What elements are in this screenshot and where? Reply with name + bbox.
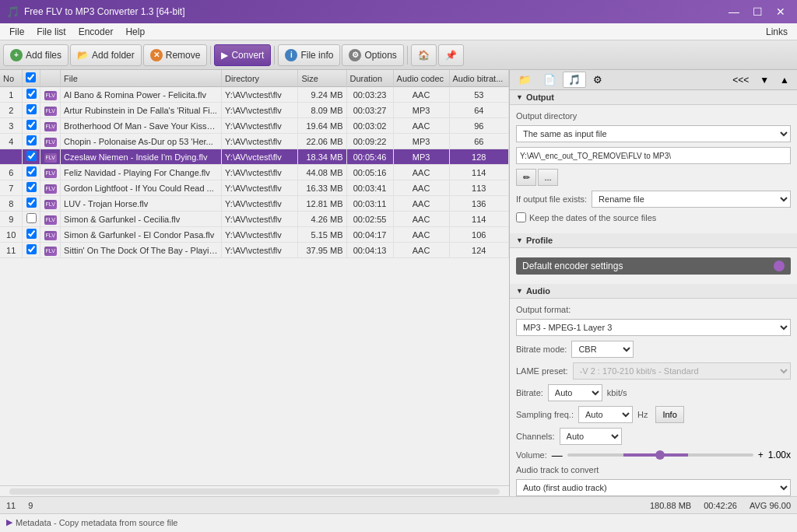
- row-checkbox-cell[interactable]: [23, 103, 40, 118]
- volume-slider[interactable]: [567, 453, 753, 457]
- row-codec: AAC: [393, 118, 449, 134]
- row-number: 4: [0, 134, 23, 149]
- table-row[interactable]: 10 FLV Simon & Garfunkel - El Condor Pas…: [0, 227, 509, 243]
- row-size: 19.64 MB: [298, 118, 346, 134]
- row-directory: Y:\AV\vctest\flv: [222, 103, 298, 118]
- row-checkbox-cell[interactable]: [23, 227, 40, 243]
- row-checkbox-cell[interactable]: [23, 165, 40, 180]
- edit-path-button[interactable]: ✏: [516, 169, 536, 186]
- row-duration: 00:03:27: [346, 103, 393, 118]
- row-bitrate: 96: [449, 118, 508, 134]
- add-folder-button[interactable]: 📂 Add folder: [70, 44, 142, 66]
- table-row[interactable]: 6 FLV Feliz Navidad - Playing For Change…: [0, 165, 509, 180]
- horizontal-scrollbar[interactable]: [0, 485, 509, 496]
- row-checkbox[interactable]: [26, 120, 37, 130]
- row-checkbox-cell[interactable]: [23, 118, 40, 134]
- menu-help[interactable]: Help: [119, 25, 151, 39]
- tab-document[interactable]: 📄: [538, 72, 561, 88]
- panel-collapse-down[interactable]: ▼: [755, 73, 774, 87]
- row-checkbox[interactable]: [26, 151, 37, 161]
- row-checkbox-cell[interactable]: [23, 134, 40, 149]
- row-size: 16.33 MB: [298, 180, 346, 196]
- add-folder-icon: 📂: [77, 50, 89, 61]
- add-files-button[interactable]: + Add files: [3, 44, 68, 66]
- row-checkbox[interactable]: [26, 135, 37, 145]
- file-type-icon: FLV: [44, 91, 57, 100]
- row-number: 11: [0, 243, 23, 258]
- row-checkbox[interactable]: [26, 89, 37, 99]
- maximize-button[interactable]: ☐: [747, 4, 767, 19]
- col-header-size[interactable]: Size: [298, 70, 346, 87]
- home-button[interactable]: 🏠: [411, 44, 437, 66]
- sampling-select[interactable]: Auto 44100 48000: [578, 406, 633, 423]
- file-info-button[interactable]: i File info: [278, 44, 340, 66]
- col-header-file[interactable]: File: [61, 70, 222, 87]
- col-header-codec[interactable]: Audio codec: [393, 70, 449, 87]
- col-header-bitrate[interactable]: Audio bitrat...: [449, 70, 508, 87]
- row-number: 1: [0, 87, 23, 103]
- browse-path-button[interactable]: ...: [538, 169, 558, 186]
- table-row[interactable]: 11 FLV Sittin' On The Dock Of The Bay - …: [0, 243, 509, 258]
- bitrate-mode-select[interactable]: CBR VBR ABR: [571, 341, 634, 358]
- row-checkbox-cell[interactable]: [23, 180, 40, 196]
- convert-play-icon: ▶: [221, 50, 228, 61]
- tab-audio[interactable]: 🎵: [563, 72, 586, 88]
- row-checkbox[interactable]: [26, 198, 37, 208]
- output-format-label-row: Output format:: [516, 305, 791, 314]
- col-header-duration[interactable]: Duration: [346, 70, 393, 87]
- row-checkbox-cell[interactable]: [23, 149, 40, 165]
- table-row[interactable]: 8 FLV LUV - Trojan Horse.flv Y:\AV\vctes…: [0, 196, 509, 212]
- audio-track-select[interactable]: Auto (first audio track) Track 1 Track 2: [516, 479, 791, 496]
- row-checkbox-cell[interactable]: [23, 243, 40, 258]
- bitrate-select[interactable]: Auto 128 192 256 320: [548, 384, 602, 401]
- keep-dates-checkbox[interactable]: [516, 212, 526, 222]
- select-all-checkbox[interactable]: [26, 72, 36, 82]
- table-row[interactable]: 9 FLV Simon & Garfunkel - Cecilia.flv Y:…: [0, 212, 509, 227]
- row-checkbox[interactable]: [26, 213, 37, 223]
- close-button[interactable]: ✕: [771, 4, 791, 19]
- row-size: 8.09 MB: [298, 103, 346, 118]
- tab-settings[interactable]: ⚙: [588, 72, 608, 88]
- minimize-button[interactable]: —: [724, 4, 744, 19]
- row-checkbox[interactable]: [26, 244, 37, 254]
- row-checkbox-cell[interactable]: [23, 87, 40, 103]
- tab-folder[interactable]: 📁: [513, 72, 536, 88]
- row-icon-cell: FLV: [40, 118, 61, 134]
- row-checkbox-cell[interactable]: [23, 196, 40, 212]
- panel-expand-up[interactable]: ▲: [775, 73, 794, 87]
- table-row[interactable]: 1 FLV Al Bano & Romina Power - Felicita.…: [0, 87, 509, 103]
- pin-button[interactable]: 📌: [438, 44, 464, 66]
- output-dir-select[interactable]: The same as input file: [516, 125, 791, 142]
- file-type-icon: FLV: [44, 107, 57, 116]
- links-button[interactable]: Links: [760, 25, 794, 39]
- row-checkbox[interactable]: [26, 182, 37, 192]
- menu-filelist[interactable]: File list: [30, 25, 72, 39]
- menu-file[interactable]: File: [3, 25, 30, 39]
- table-row[interactable]: 7 FLV Gordon Lightfoot - If You Could Re…: [0, 180, 509, 196]
- remove-button[interactable]: ✕ Remove: [143, 44, 208, 66]
- info-button[interactable]: Info: [655, 406, 683, 423]
- col-header-dir[interactable]: Directory: [222, 70, 298, 87]
- file-table-scroll[interactable]: No File Directory Size Duration Audio co…: [0, 70, 509, 485]
- file-type-icon: FLV: [44, 184, 57, 194]
- table-row[interactable]: 2 FLV Artur Rubinstein in De Falla's 'Ri…: [0, 103, 509, 118]
- row-checkbox[interactable]: [26, 166, 37, 177]
- output-format-select[interactable]: MP3 - MPEG-1 Layer 3 AAC OGG: [516, 319, 791, 336]
- table-row[interactable]: ▶ FLV Czeslaw Niemen - Inside I'm Dying.…: [0, 149, 509, 165]
- menu-encoder[interactable]: Encoder: [72, 25, 120, 39]
- nav-left[interactable]: <<<: [728, 73, 753, 87]
- table-row[interactable]: 3 FLV Brotherhood Of Man - Save Your Kis…: [0, 118, 509, 134]
- profile-bar[interactable]: Default encoder settings: [516, 257, 791, 275]
- output-path-input[interactable]: [516, 147, 791, 164]
- keep-dates-row: Keep the dates of the source files: [516, 212, 791, 222]
- channels-select[interactable]: Auto Mono Stereo: [560, 428, 622, 445]
- row-checkbox[interactable]: [26, 104, 37, 114]
- row-checkbox[interactable]: [26, 229, 37, 239]
- bitrate-unit: kbit/s: [607, 388, 627, 397]
- if-exists-select[interactable]: Rename file Overwrite Skip: [592, 191, 791, 208]
- table-row[interactable]: 4 FLV Chopin - Polonaise As-Dur op 53 'H…: [0, 134, 509, 149]
- options-button[interactable]: ⚙ Options: [342, 44, 403, 66]
- app-title: Free FLV to MP3 Converter 1.3 [64-bit]: [24, 6, 724, 17]
- row-checkbox-cell[interactable]: [23, 212, 40, 227]
- convert-button[interactable]: ▶ Convert: [214, 44, 271, 66]
